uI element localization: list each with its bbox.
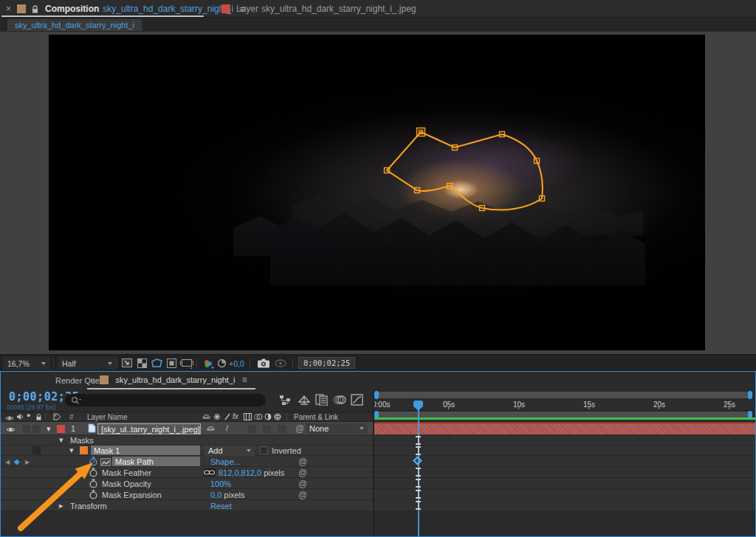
mask-expansion-row[interactable] (1, 489, 373, 500)
preview-timecode[interactable]: 0;00;02;25 (298, 357, 355, 369)
mask-mode-dropdown[interactable]: Add (205, 446, 255, 456)
composition-flowchart-button[interactable] (279, 395, 292, 407)
mask-expansion-value[interactable]: 0,0 pixels (210, 491, 244, 499)
draft-3d-button[interactable] (298, 394, 311, 407)
panel-menu-icon[interactable]: ≡ (241, 375, 247, 385)
tab-layer[interactable]: Layer sky_ultra_hd_dark_starry_night_i_.… (221, 0, 416, 18)
mask-visibility-toggle[interactable] (151, 357, 163, 370)
show-snapshot-button[interactable] (275, 357, 286, 370)
transform-reset-link[interactable]: Reset (210, 502, 232, 510)
layer-solo-toggle[interactable] (22, 425, 30, 433)
close-icon[interactable]: × (90, 375, 94, 384)
mask-opacity-row[interactable] (1, 478, 373, 489)
mask1-name[interactable]: Mask 1 (91, 446, 200, 455)
timeline-track[interactable] (374, 478, 755, 489)
grid-guides-button[interactable] (121, 357, 133, 370)
pixel-aspect-button[interactable] (180, 357, 194, 370)
mask-path-property-name[interactable]: Mask Path (112, 457, 200, 466)
layer-expander[interactable]: ▾ (47, 424, 51, 434)
transform-row[interactable] (1, 500, 373, 511)
next-keyframe-button[interactable]: ▶ (25, 459, 30, 465)
mask-opacity-value[interactable]: 100% (210, 479, 231, 488)
property-pickwhip-icon[interactable]: @ (298, 457, 307, 467)
timeline-track[interactable] (374, 435, 755, 446)
mask-path-stopwatch-icon[interactable] (89, 457, 98, 468)
frame-blending-button[interactable] (315, 394, 328, 407)
mask-expansion-property-name[interactable]: Mask Expansion (102, 491, 162, 499)
exposure-value[interactable]: +0,0 (229, 357, 244, 370)
close-icon[interactable]: × (6, 4, 11, 14)
transform-group-label[interactable]: Transform (70, 502, 107, 510)
prev-keyframe-button[interactable]: ◀ (5, 459, 10, 465)
mask-feather-value[interactable]: 812,0,812,0 pixels (219, 468, 284, 477)
take-snapshot-button[interactable] (257, 357, 270, 370)
layer-label-swatch[interactable] (57, 425, 65, 433)
layer-visibility-toggle[interactable] (6, 426, 16, 434)
work-area-bar[interactable] (375, 412, 750, 418)
mask-visibility-cell[interactable] (32, 446, 41, 454)
property-pickwhip-icon[interactable]: @ (298, 490, 307, 500)
masks-group-row[interactable] (1, 435, 373, 446)
layer-name-field[interactable]: [sky_ul..tarry_night_i_.jpeg] (97, 423, 201, 434)
mask1-expander[interactable]: ▾ (69, 446, 74, 455)
layer-blend-toggle[interactable]: / (226, 423, 228, 432)
composition-canvas[interactable] (49, 35, 705, 350)
layer-3d-cell[interactable] (278, 425, 286, 433)
exposure-icon[interactable] (217, 357, 227, 370)
timeline-track[interactable] (374, 489, 755, 500)
property-pickwhip-icon[interactable]: @ (298, 468, 307, 478)
channel-rgb-button[interactable] (202, 357, 214, 370)
timeline-track[interactable] (374, 456, 755, 467)
timeline-search-input[interactable] (65, 394, 266, 406)
mask-expansion-stopwatch-icon[interactable] (89, 490, 98, 501)
parent-link-column-header[interactable]: Parent & Link (294, 413, 338, 421)
timeline-track[interactable] (374, 446, 755, 456)
transparency-grid-button[interactable] (137, 357, 148, 370)
3d-layer-column-icon (274, 413, 281, 422)
graph-editor-button[interactable] (351, 394, 363, 407)
magnification-value: 16,7% (7, 359, 30, 368)
dimensions-link-icon[interactable] (203, 468, 216, 477)
time-ruler[interactable]: 0:00s 05s 10s 15s 20s 25s (374, 399, 755, 411)
layer-lock-toggle[interactable] (32, 425, 41, 433)
resolution-dropdown[interactable]: Half (58, 357, 117, 370)
timeline-track[interactable] (374, 500, 755, 511)
magnification-dropdown[interactable]: 16,7% (3, 357, 50, 370)
ruler-label: 25s (724, 401, 735, 409)
current-keyframe-toggle[interactable]: ◆ (14, 457, 20, 465)
layer-shy-toggle[interactable] (207, 425, 215, 434)
time-navigator-bar[interactable] (375, 392, 750, 398)
time-mark (416, 436, 421, 445)
navigator-start-handle[interactable] (374, 391, 379, 399)
preview-timecode-value: 0;00;02;25 (303, 358, 350, 367)
region-of-interest-button[interactable] (166, 357, 177, 370)
timeline-track[interactable] (374, 467, 755, 478)
mask-feather-stopwatch-icon[interactable] (89, 468, 98, 479)
mask-inverted-checkbox[interactable] (260, 446, 268, 454)
property-pickwhip-icon[interactable]: @ (298, 479, 307, 489)
motion-blur-button[interactable] (333, 395, 346, 406)
time-mark (416, 468, 421, 477)
parent-pickwhip-icon[interactable]: @ (295, 423, 304, 434)
tab-timeline-comp[interactable]: × sky_ultra_hd_dark_starry_night_i ≡ (87, 373, 247, 387)
mask-feather-row[interactable] (1, 467, 373, 478)
mask-path-value[interactable]: Shape... (210, 457, 241, 466)
navigator-end-handle[interactable] (748, 391, 752, 399)
viewport-subtab[interactable]: sky_ultra_hd_dark_starry_night_i (7, 19, 142, 31)
frame-info: 00085 (29.97 fps) (7, 403, 56, 411)
parent-dropdown[interactable]: None (306, 423, 368, 434)
mask-opacity-property-name[interactable]: Mask Opacity (102, 479, 151, 488)
mask-feather-property-name[interactable]: Mask Feather (102, 468, 151, 477)
timeline-empty-area (374, 511, 755, 536)
layer-duration-bar[interactable] (374, 422, 755, 434)
transform-expander[interactable]: ▸ (59, 501, 63, 510)
composition-tab-name: sky_ultra_hd_dark_starry_night_i (103, 4, 233, 14)
layer-frameblend-cell[interactable] (248, 425, 256, 433)
lock-icon[interactable] (31, 4, 39, 14)
mask-opacity-stopwatch-icon[interactable] (89, 479, 98, 490)
layer-motionblur-cell[interactable] (263, 425, 271, 433)
mask1-color-swatch[interactable] (80, 446, 88, 454)
masks-expander[interactable]: ▾ (59, 435, 63, 445)
layer-name-column-header[interactable]: Layer Name (87, 413, 127, 421)
ruler-label: 0:00s (374, 401, 390, 409)
